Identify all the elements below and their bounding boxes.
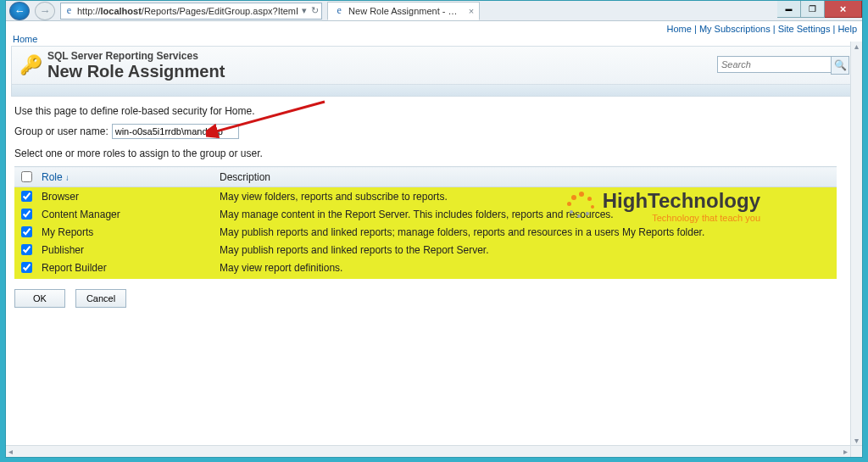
search-input[interactable] [717, 56, 831, 73]
group-user-label: Group or user name: [14, 125, 108, 137]
search-button[interactable]: 🔍 [831, 56, 849, 75]
link-site-settings[interactable]: Site Settings [778, 24, 831, 34]
role-checkbox[interactable] [21, 209, 32, 220]
window-close-button[interactable]: × [825, 1, 862, 18]
address-bar-text: http://localhost/Reports/Pages/EditGroup… [77, 6, 298, 16]
ie-page-icon: e [64, 5, 75, 16]
role-name: My Reports [38, 223, 216, 241]
link-my-subscriptions[interactable]: My Subscriptions [699, 24, 771, 34]
page-header: 🔑 SQL Server Reporting Services New Role… [11, 46, 857, 85]
role-checkbox[interactable] [21, 262, 32, 273]
window-maximize-button[interactable] [801, 1, 825, 18]
role-checkbox[interactable] [21, 244, 32, 255]
browser-tab[interactable]: e New Role Assignment - Re... × [327, 2, 480, 20]
key-icon: 🔑 [19, 53, 42, 77]
role-name: Browser [38, 187, 216, 206]
role-checkbox[interactable] [21, 191, 32, 202]
window-controls: × [777, 1, 862, 19]
table-row: PublisherMay publish reports and linked … [14, 241, 837, 259]
vertical-scrollbar[interactable]: ▴▾ [850, 42, 862, 445]
address-bar[interactable]: e http://localhost/Reports/Pages/EditGro… [60, 3, 322, 19]
ok-button[interactable]: OK [14, 289, 65, 308]
role-description: May view report definitions. [216, 259, 837, 279]
tab-close-icon[interactable]: × [469, 6, 474, 16]
tab-title: New Role Assignment - Re... [348, 6, 464, 16]
service-name: SQL Server Reporting Services [47, 50, 225, 62]
sort-asc-icon: ↓ [65, 173, 70, 182]
select-roles-text: Select one or more roles to assign to th… [14, 148, 854, 159]
horizontal-scrollbar[interactable]: ◂▸ [6, 445, 850, 457]
link-help[interactable]: Help [837, 24, 857, 34]
link-home[interactable]: Home [667, 24, 692, 34]
watermark-logo: HighTechnology Technology that teach you [567, 189, 760, 223]
refresh-icon[interactable]: ↻ [311, 5, 319, 16]
ssrs-top-links: Home | My Subscriptions | Site Settings … [6, 21, 862, 34]
back-button[interactable]: ← [9, 2, 30, 20]
column-description[interactable]: Description [216, 167, 837, 187]
breadcrumb: Home [6, 34, 862, 44]
browser-toolbar: ← → e http://localhost/Reports/Pages/Edi… [6, 1, 862, 21]
role-name: Report Builder [38, 259, 216, 279]
role-description: May publish reports and linked reports t… [216, 241, 837, 259]
select-all-checkbox[interactable] [21, 171, 32, 182]
logo-dots-icon [567, 192, 596, 220]
role-description: May publish reports and linked reports; … [216, 223, 837, 241]
role-name: Publisher [38, 241, 216, 259]
scrollbar-corner [850, 445, 862, 457]
logo-tagline: Technology that teach you [603, 213, 760, 223]
header-subband [11, 85, 857, 97]
stop-icon[interactable]: ▾ [302, 5, 307, 16]
role-name: Content Manager [38, 205, 216, 223]
group-user-input[interactable] [112, 124, 239, 139]
cancel-button[interactable]: Cancel [75, 289, 126, 308]
window-minimize-button[interactable] [777, 1, 801, 18]
logo-text: HighTechnology [603, 189, 760, 213]
table-row: Report BuilderMay view report definition… [14, 259, 837, 279]
role-checkbox[interactable] [21, 226, 32, 237]
column-role[interactable]: Role↓ [38, 167, 216, 187]
breadcrumb-home[interactable]: Home [13, 34, 37, 44]
ie-page-icon: e [333, 5, 345, 17]
table-row: My ReportsMay publish reports and linked… [14, 223, 837, 241]
forward-button[interactable]: → [35, 2, 55, 20]
page-title: New Role Assignment [47, 62, 225, 81]
intro-text: Use this page to define role-based secur… [14, 105, 854, 117]
